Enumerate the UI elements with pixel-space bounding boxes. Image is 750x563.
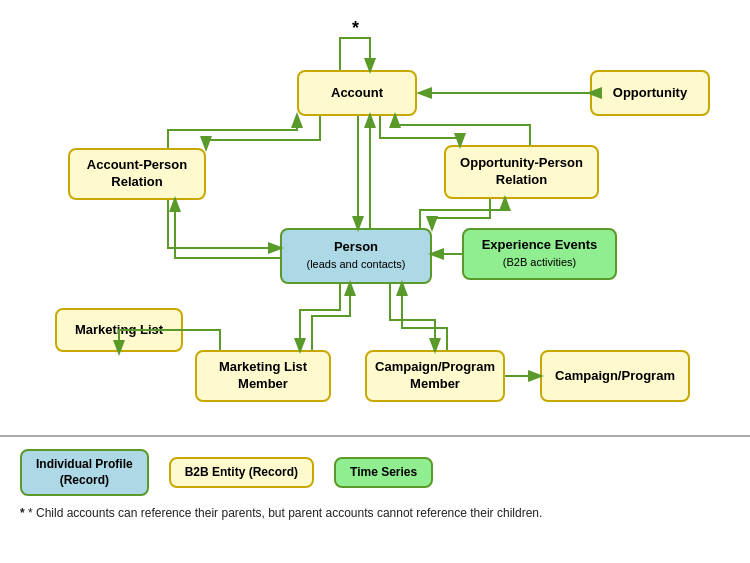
opportunity-person-relation-node: Opportunity-PersonRelation bbox=[444, 145, 599, 199]
person-node: Person(leads and contacts) bbox=[280, 228, 432, 284]
legend-time-series: Time Series bbox=[334, 457, 433, 489]
account-person-relation-node: Account-PersonRelation bbox=[68, 148, 206, 200]
legend-items: Individual Profile(Record) B2B Entity (R… bbox=[20, 449, 730, 496]
campaign-program-node: Campaign/Program bbox=[540, 350, 690, 402]
marketing-list-node: Marketing List bbox=[55, 308, 183, 352]
campaign-program-member-node: Campaign/ProgramMember bbox=[365, 350, 505, 402]
marketing-list-member-node: Marketing ListMember bbox=[195, 350, 331, 402]
asterisk-label: * bbox=[352, 18, 359, 39]
footnote-asterisk: * bbox=[20, 506, 25, 520]
account-node: Account bbox=[297, 70, 417, 116]
footnote-text: * Child accounts can reference their par… bbox=[28, 506, 542, 520]
legend-area: Individual Profile(Record) B2B Entity (R… bbox=[0, 435, 750, 528]
diagram-container: * Account Opportunity Account-PersonRela… bbox=[0, 0, 750, 430]
experience-events-node: Experience Events(B2B activities) bbox=[462, 228, 617, 280]
opportunity-node: Opportunity bbox=[590, 70, 710, 116]
legend-individual-profile: Individual Profile(Record) bbox=[20, 449, 149, 496]
footnote: * * Child accounts can reference their p… bbox=[20, 506, 730, 520]
legend-b2b-entity: B2B Entity (Record) bbox=[169, 457, 314, 489]
